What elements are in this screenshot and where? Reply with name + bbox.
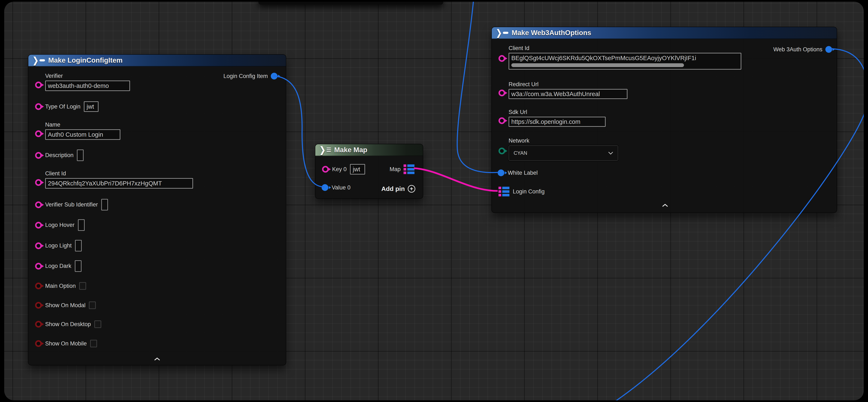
make-map-icon: ❯☰ [319,146,331,154]
wire-map-to-login-config[interactable] [414,168,498,191]
collapse-chevron-icon[interactable] [662,204,668,207]
redirect-url-pin[interactable] [498,90,505,96]
network-dropdown-value: CYAN [514,150,527,156]
value0-pin[interactable] [321,184,328,191]
map-output-label: Map [390,166,401,173]
show-on-desktop-checkbox[interactable] [94,320,101,328]
show-on-desktop-label: Show On Desktop [45,321,91,327]
node-header-make-map[interactable]: ❯☰ Make Map [315,144,423,156]
node-make-web3auth-options: ❯ Make Web3AuthOptions Web 3Auth Options… [491,27,837,213]
login-config-item-output-label: Login Config Item [223,73,268,80]
network-label: Network [508,138,618,144]
white-label-label: White Label [508,170,538,176]
node-make-map: ❯☰ Make Map Key 0 Map Value 0 Add pin + [315,144,423,199]
node-header-make-web3auth-options[interactable]: ❯ Make Web3AuthOptions [492,27,837,39]
node-title: Make Web3AuthOptions [512,29,591,37]
verifier-sub-identifier-input[interactable] [101,199,108,210]
offscreen-node-bottom-edge [258,2,443,5]
login-config-label: Login Config [513,189,545,195]
show-on-modal-label: Show On Modal [45,302,86,309]
verifier-input[interactable] [45,81,130,91]
logo-hover-input[interactable] [78,219,85,231]
map-output-pin[interactable] [404,165,414,174]
dropdown-chevron-icon [608,151,613,154]
web3-client-id-pin[interactable] [498,55,505,62]
make-struct-icon: ❯ [33,56,45,64]
main-option-pin[interactable] [35,283,42,289]
blueprint-editor-screen: ❯ Make LoginConfigItem Login Config Item… [0,0,868,402]
sdk-url-label: Sdk Url [508,109,606,115]
sdk-url-pin[interactable] [498,117,505,124]
logo-light-label: Logo Light [45,242,72,249]
key0-input[interactable] [350,164,365,174]
node-header-make-login-config-item[interactable]: ❯ Make LoginConfigItem [28,55,286,66]
name-pin[interactable] [35,131,42,137]
verifier-sub-identifier-label: Verifier Sub Identifier [45,201,98,208]
client-id-label: Client Id [45,170,193,177]
web3-client-id-label: Client Id [508,45,741,52]
client-id-horizontal-scrollbar[interactable] [511,63,684,67]
node-make-login-config-item: ❯ Make LoginConfigItem Login Config Item… [28,54,286,366]
login-config-item-output-pin[interactable] [271,73,278,80]
logo-dark-input[interactable] [75,260,82,272]
web3-client-id-input[interactable]: BEglQSgt4cUWcj6SKRdu5QkOXTsePmMcusG5EAoy… [508,53,741,69]
type-of-login-input[interactable] [84,101,98,112]
white-label-pin[interactable] [498,169,504,176]
show-on-modal-pin[interactable] [35,302,42,309]
logo-light-pin[interactable] [35,242,42,249]
add-pin-icon[interactable]: + [408,185,415,193]
add-pin-label: Add pin [381,185,405,192]
node-title: Make Map [334,146,367,154]
login-config-pin[interactable] [498,187,509,196]
show-on-mobile-label: Show On Mobile [45,340,87,347]
show-on-mobile-checkbox[interactable] [90,340,97,347]
network-dropdown[interactable]: CYAN [508,145,618,161]
logo-hover-label: Logo Hover [45,222,74,228]
redirect-url-input[interactable] [508,89,627,99]
verifier-label: Verifier [45,73,130,79]
sdk-url-input[interactable] [508,117,606,127]
logo-dark-pin[interactable] [35,263,42,269]
type-of-login-label: Type Of Login [45,104,81,110]
network-pin[interactable] [498,148,505,154]
description-pin[interactable] [35,152,42,159]
client-id-input[interactable] [45,178,193,189]
name-input[interactable] [45,129,120,140]
verifier-sub-identifier-pin[interactable] [35,201,42,208]
name-label: Name [45,121,120,128]
show-on-desktop-pin[interactable] [35,321,42,327]
type-of-login-pin[interactable] [35,103,42,110]
node-title: Make LoginConfigItem [48,56,123,64]
verifier-pin[interactable] [35,82,42,88]
collapse-chevron-icon[interactable] [154,357,160,361]
logo-hover-pin[interactable] [35,222,42,229]
logo-light-input[interactable] [75,240,82,252]
description-label: Description [45,152,73,159]
show-on-mobile-pin[interactable] [35,340,42,347]
main-option-label: Main Option [45,283,76,289]
make-struct-icon: ❯ [496,29,508,37]
key0-label: Key 0 [332,166,347,173]
description-input[interactable] [77,149,84,161]
client-id-pin[interactable] [35,179,42,186]
web3auth-options-output-pin[interactable] [825,46,832,53]
redirect-url-label: Redirect Url [508,81,627,88]
logo-dark-label: Logo Dark [45,263,71,269]
web3auth-options-output-label: Web 3Auth Options [773,46,823,53]
value0-label: Value 0 [332,184,350,191]
show-on-modal-checkbox[interactable] [89,302,96,309]
blueprint-graph-canvas[interactable]: ❯ Make LoginConfigItem Login Config Item… [4,2,864,400]
key0-pin[interactable] [322,166,329,173]
main-option-checkbox[interactable] [79,282,86,290]
